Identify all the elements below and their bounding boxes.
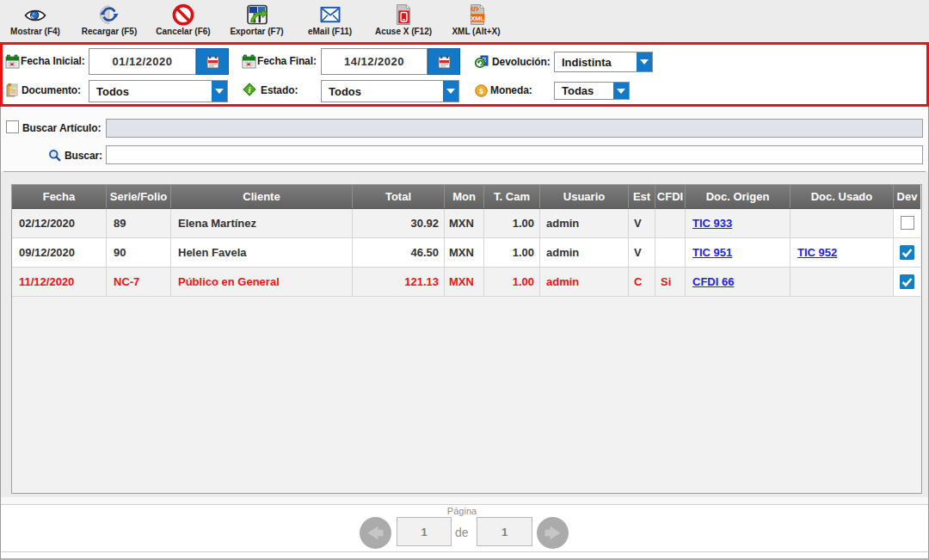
svg-text:i: i — [249, 85, 251, 95]
svg-text:$: $ — [479, 87, 483, 95]
svg-text:XML: XML — [471, 15, 484, 22]
